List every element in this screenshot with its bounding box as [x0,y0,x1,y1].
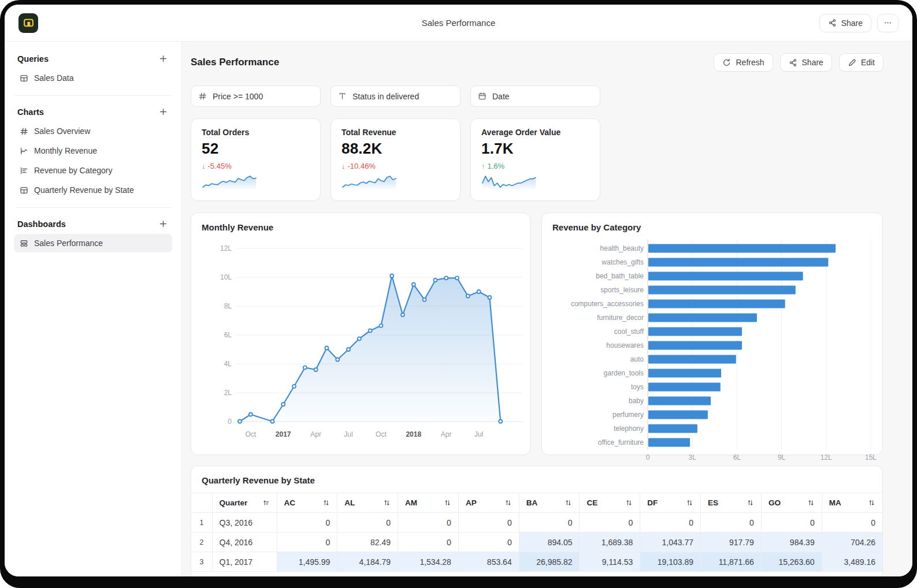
sort-both-icon [565,499,572,507]
svg-text:12L: 12L [821,453,832,462]
svg-text:toys: toys [631,383,644,391]
svg-text:telephony: telephony [614,425,644,433]
value-cell: 0 [701,513,762,533]
svg-text:Oct: Oct [245,430,256,438]
sidebar-item-label: Sales Performance [34,239,103,248]
filter-date[interactable]: Date [470,85,600,107]
app-body: QueriesSales DataChartsSales OverviewMon… [5,42,912,576]
value-cell: 853.64 [458,552,519,572]
value-cell: 0 [519,513,580,533]
add-charts-button[interactable] [158,106,169,117]
sort-both-icon[interactable] [625,499,633,507]
sidebar-item-monthly-revenue[interactable]: Monthly Revenue [14,142,172,160]
sidebar-section-title: Queries [17,54,49,64]
sort-both-icon[interactable] [807,499,815,507]
filter-status-in-delivered[interactable]: Status in delivered [331,85,461,107]
column-header-ac[interactable]: AC [277,493,337,513]
svg-text:sports_leisure: sports_leisure [600,286,644,294]
quarter-cell: Q3, 2016 [212,513,277,533]
column-header-ce[interactable]: CE [580,493,640,513]
table-icon [20,186,28,195]
svg-text:9L: 9L [778,453,786,462]
column-label: AM [405,498,417,507]
sort-both-icon [383,499,391,507]
edit-button[interactable]: Edit [839,53,883,72]
svg-text:Oct: Oct [376,430,387,438]
add-dashboards-button[interactable] [158,218,169,229]
kpi-delta-value: 1.6% [488,162,505,170]
sidebar-item-sales-performance[interactable]: Sales Performance [14,234,172,252]
value-cell: 9,114.53 [580,552,640,572]
column-header-ap[interactable]: AP [458,493,519,513]
svg-text:perfumery: perfumery [612,411,644,419]
column-header-al[interactable]: AL [337,493,398,513]
sort-both-icon[interactable] [444,499,451,507]
kpi-card-average-order-value: Average Order Value1.7K↑1.6% [470,118,600,201]
sidebar-item-sales-overview[interactable]: Sales Overview [14,122,172,140]
plus-icon [159,107,168,116]
sort-both-icon[interactable] [322,499,330,507]
column-header-df[interactable]: DF [640,493,701,513]
sort-both-icon[interactable] [868,499,875,507]
row-number: 2 [191,533,212,552]
svg-text:4L: 4L [224,360,232,368]
svg-text:baby: baby [629,397,644,405]
topbar-share-button[interactable]: Share [819,14,871,32]
filter-label: Status in delivered [352,92,419,101]
filter-price-1000[interactable]: Price >= 1000 [191,85,321,107]
refresh-button[interactable]: Refresh [714,53,773,72]
svg-text:3L: 3L [689,453,697,462]
table-row: 3Q1, 20171,495.994,184.791,534.28853.642… [191,552,882,572]
column-header-es[interactable]: ES [701,493,762,513]
svg-text:12L: 12L [220,244,232,252]
value-cell: 0 [458,533,519,552]
bar-chart-icon [20,166,28,175]
value-cell: 0 [398,533,459,552]
charts-row: Monthly Revenue 02L4L6L8L10L12LOct2017Ap… [191,213,883,455]
sort-asc-icon[interactable] [262,499,270,507]
sort-both-icon[interactable] [686,499,693,507]
sort-both-icon[interactable] [504,499,512,507]
share-button[interactable]: Share [780,53,832,72]
column-header-quarter[interactable]: Quarter [212,493,277,513]
kpi-delta-value: -5.45% [208,162,232,170]
more-button[interactable] [877,14,899,32]
svg-text:0: 0 [228,418,232,426]
value-cell: 0 [277,513,337,533]
app-logo[interactable] [18,13,38,33]
plus-icon [159,54,168,63]
row-number-header [191,493,212,513]
svg-text:watches_gifts: watches_gifts [601,258,644,266]
sort-both-icon [807,499,815,507]
column-header-am[interactable]: AM [398,493,459,513]
value-cell: 0 [337,513,398,533]
sort-both-icon[interactable] [747,499,754,507]
column-header-ba[interactable]: BA [519,493,580,513]
window-frame: Sales Performance Share QueriesSales Dat… [0,0,917,588]
value-cell: 1,689.38 [580,533,640,552]
sort-both-icon[interactable] [565,499,572,507]
table-row: 2Q4, 2016082.4900894.051,689.381,043.779… [191,533,882,552]
kpi-sparkline [202,173,257,190]
svg-text:2017: 2017 [276,430,291,438]
svg-text:Jul: Jul [474,430,483,438]
kpi-card-total-revenue: Total Revenue88.2K↓-10.46% [331,118,461,201]
quarterly-revenue-card: Quarterly Revenue by State QuarterACALAM… [191,466,883,576]
sidebar-item-sales-data[interactable]: Sales Data [14,69,172,87]
quarterly-revenue-title: Quarterly Revenue by State [191,466,882,493]
svg-text:Jul: Jul [344,430,352,438]
filter-bar: Price >= 1000Status in deliveredDate [191,85,883,107]
refresh-button-label: Refresh [736,58,764,67]
value-cell: 15,263.60 [761,552,822,572]
column-header-ma[interactable]: MA [822,493,882,513]
sidebar-item-revenue-by-category[interactable]: Revenue by Category [14,161,172,180]
row-number: 3 [191,552,212,572]
sidebar-item-quarterly-revenue-by-state[interactable]: Quarterly Revenue by State [14,181,172,199]
revenue-by-category-card: Revenue by Category 03L6L9L12L15Lhealth_… [541,213,883,455]
sort-both-icon[interactable] [383,499,391,507]
value-cell: 1,534.28 [398,552,459,572]
page-header: Sales Performance Refresh Share Edit [191,51,883,74]
column-header-go[interactable]: GO [761,493,822,513]
quarterly-revenue-table: QuarterACALAMAPBACEDFESGOMA1Q3, 20160000… [191,493,882,572]
add-queries-button[interactable] [158,53,169,64]
